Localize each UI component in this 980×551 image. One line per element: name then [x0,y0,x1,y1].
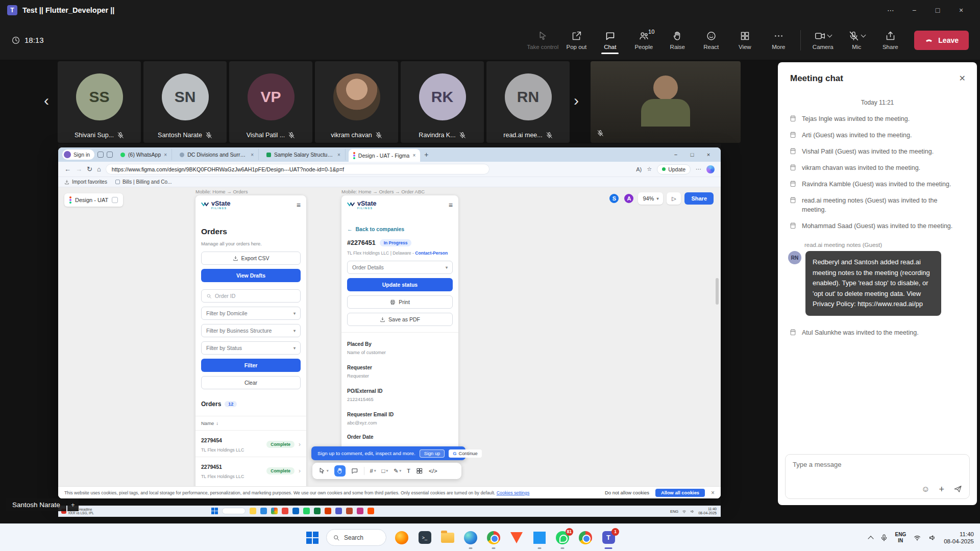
download-icon [233,256,238,261]
participant-tile[interactable]: SN Santosh Narate [143,61,227,143]
export-label: Export CSV [241,255,270,261]
zoom-value: 94% [643,195,654,202]
dev-mode-icon: </> [429,468,437,474]
pop-out-button[interactable]: Pop out [559,27,593,54]
frame-breadcrumb: Mobile: Home → Orders [195,189,248,194]
orders-count-badge: 12 [225,401,237,407]
figma-file-chip: Design - UAT [64,193,123,207]
attach-plus-icon[interactable]: + [939,485,944,493]
language-switcher[interactable]: ENGIN [895,532,906,543]
terminal-icon[interactable]: >_ [417,530,432,545]
tab-close-icon: × [164,152,167,158]
taskbar-app-icon [292,508,299,514]
field-label: PO/External ID [347,388,453,394]
taskbar-app-icon [346,508,353,514]
taskbar-search[interactable]: Search [326,529,386,546]
participant-tile[interactable]: VP Vishal Patil ... [229,61,312,143]
participant-tile[interactable]: SS Shivani Sup... [58,61,141,143]
raise-hand-icon [672,31,683,41]
send-icon[interactable] [953,485,962,493]
tray-expand-icon[interactable] [868,536,873,541]
order-company: TL Flex Holdings LLC [201,474,244,479]
participant-tile[interactable]: RN read.ai mee... [486,61,570,143]
view-button[interactable]: View [728,27,762,54]
canvas-scrollbar [716,278,719,305]
chat-icon [605,31,616,41]
teams-icon[interactable]: T1 [601,530,616,545]
raise-hand-button[interactable]: Raise [660,27,694,54]
order-company: TL Flex Holdings LLC [201,447,244,453]
taskbar-app-icon [282,508,288,514]
hamburger-menu-icon: ≡ [297,201,301,209]
participant-tile[interactable]: vikram chavan [315,61,398,143]
vscode-icon[interactable] [532,530,547,545]
window-maximize-button[interactable]: □ [926,0,949,20]
window-close-button[interactable]: × [949,0,973,20]
system-event: Mohammad Saad (Guest) was invited to the… [778,221,977,231]
people-button[interactable]: 10 People [627,27,660,54]
order-details-select: Order Details▾ [347,261,453,274]
taskbar-app-icon [325,508,331,514]
contact-person-link: Contact-Person [415,251,448,256]
emoji-icon[interactable]: ☺ [921,485,929,493]
field-label: Requester [347,365,453,370]
chat-button[interactable]: Chat [593,27,627,54]
calendar-icon [789,115,797,122]
leave-button[interactable]: Leave [914,31,969,50]
taskbar-clock[interactable]: 11:4008-04-2025 [944,531,974,545]
chat-close-icon[interactable]: ✕ [957,71,968,85]
file-explorer-icon[interactable] [440,530,455,545]
camera-button[interactable]: Camera [806,27,840,54]
order-meta: TL Flex Holdings LLC | Delaware - Contac… [347,251,453,256]
chrome-icon[interactable] [486,530,501,545]
tab-actions-icon [97,152,104,158]
order-id-search-input: Order ID [201,289,301,303]
share-button[interactable]: Share [873,27,907,54]
url-text: https://www.figma.com/design/9BKQ0FOHRWa… [112,166,344,172]
mic-off-icon [117,132,124,139]
participant-tile[interactable]: RK Ravindra K... [401,61,484,143]
strip-previous-icon[interactable]: ‹ [44,92,49,109]
whatsapp-icon[interactable]: 81 [555,530,570,545]
view-grid-icon [740,31,750,41]
mic-dropdown-icon[interactable] [861,32,866,37]
strip-next-icon[interactable]: › [574,92,579,109]
chrome-profile-icon[interactable] [578,530,593,545]
favorite-star-icon: ☆ [647,166,652,172]
taskbar-app-icon [303,508,310,514]
avatar-photo [333,73,380,120]
shared-desktop-taskbar: Sports HeadlineKKR vs LSG, IPL ENG [58,506,721,517]
brand-name: vState [357,201,377,207]
take-control-button: Take control [526,27,559,54]
wifi-icon[interactable] [913,534,921,542]
meeting-timer: 18:13 [11,36,44,45]
firefox-icon[interactable] [394,530,409,545]
edge-icon[interactable] [463,530,478,545]
start-button[interactable] [306,532,318,544]
mic-button[interactable]: Mic [840,27,873,54]
react-button[interactable]: React [694,27,728,54]
more-button[interactable]: More [762,27,795,54]
participant-camera-tile[interactable] [591,61,741,143]
participant-name: read.ai mee... [503,132,542,139]
window-more-icon[interactable]: ⋯ [879,0,902,20]
chat-message-input[interactable]: Type a message ☺ + [785,454,970,499]
brave-icon[interactable] [509,530,524,545]
clear-button: Clear [201,376,301,389]
read-aloud-icon: A) [636,166,642,172]
vstate-logo-mark [347,202,355,209]
import-icon [64,180,69,185]
volume-icon[interactable] [928,534,937,542]
shared-screen-video[interactable]: Sign in (6) WhatsApp × DC Divisions and … [58,144,721,517]
teams-logo-icon [7,5,17,15]
tab-close-icon: × [251,152,254,158]
pin-presenter-icon[interactable]: + [67,498,79,511]
collaborator-avatar: A [623,193,634,204]
mic-in-use-icon[interactable] [880,534,888,542]
status-badge: Complete [266,441,295,448]
camera-dropdown-icon[interactable] [827,32,832,37]
home-icon: ⌂ [97,165,101,173]
shared-window-controls: − □ × [668,152,717,158]
input-placeholder: Type a message [793,461,841,468]
window-minimize-button[interactable]: − [902,0,926,20]
